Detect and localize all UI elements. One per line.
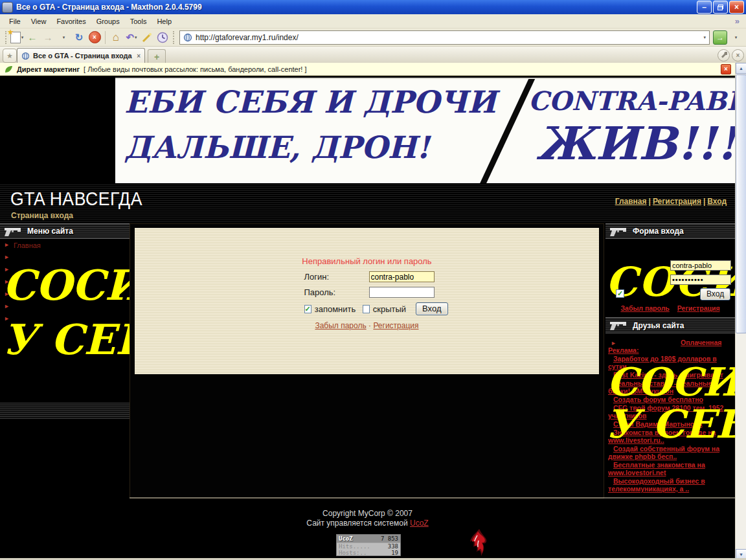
forward-button[interactable]: → <box>40 30 56 45</box>
menu-item-home[interactable]: ►Главная <box>0 239 130 251</box>
undo-button[interactable]: ↶▾ <box>124 30 139 45</box>
refresh-icon: ↻ <box>75 32 84 42</box>
options-row: ✓ запомнить скрытый Вход <box>286 302 448 315</box>
counter-hits-value: 338 <box>388 543 398 550</box>
menu-tools[interactable]: Tools <box>125 16 152 27</box>
refresh-button[interactable]: ↻ <box>71 30 87 45</box>
bullet-arrow-icon: ► <box>4 254 10 260</box>
new-tab-button[interactable]: + <box>148 49 166 63</box>
sidebar-register-link[interactable]: Регистрация <box>677 304 720 312</box>
go-options-button[interactable]: ▾ <box>728 30 743 45</box>
login-label: Логин: <box>286 272 369 282</box>
password-label: Пароль: <box>286 287 369 297</box>
ad-link[interactable]: Оплаченная Реклама: <box>608 339 731 354</box>
login-input[interactable] <box>369 271 435 282</box>
tab-active[interactable]: Все о GTA - Страница входа × <box>17 48 145 63</box>
sidebar-login-input[interactable] <box>670 260 731 271</box>
powered-by-text: Сайт управляется системой UcoZ <box>0 519 735 528</box>
left-menu-header-label: Меню сайта <box>27 227 73 236</box>
menu-view[interactable]: View <box>26 16 52 27</box>
top-nav: Главная|Регистрация|Вход <box>613 197 729 206</box>
counter-hits-row: Hits..... 338 <box>337 543 400 550</box>
maxthon-tab-icon <box>21 52 30 60</box>
stop-button[interactable]: × <box>87 30 102 45</box>
menu-groups[interactable]: Groups <box>91 16 125 27</box>
scroll-up-button[interactable]: ▲ <box>736 63 746 74</box>
menu-help[interactable]: Help <box>152 16 177 27</box>
login-panel: Неправильный логин или пароль Логин: Пар… <box>135 228 599 374</box>
ucoz-link[interactable]: UcoZ <box>410 519 429 528</box>
restore-button[interactable] <box>713 1 728 14</box>
ad-link[interactable]: Высокодоходный бизнес в телекоммуникация… <box>608 477 731 493</box>
footer-divider <box>130 497 735 498</box>
sidebar-forgot-link[interactable]: Забыл пароль <box>620 304 669 312</box>
notice-message: [ Любые виды почтовых рассылок: письма, … <box>84 65 306 73</box>
left-menu-header: Меню сайта <box>0 223 130 239</box>
hit-counter[interactable]: UcoZ 7 853 Hits..... 338 Hosts:.. 19 <box>336 534 401 556</box>
window-controls: – × <box>697 1 744 14</box>
friends-body: ► Оплаченная Реклама: Заработок до 180$ … <box>605 333 735 498</box>
login-submit-button[interactable]: Вход <box>416 302 447 315</box>
sidebar-password-input[interactable] <box>670 274 731 285</box>
hidden-checkbox[interactable] <box>363 305 369 313</box>
sidebar-remember-checkbox[interactable]: ✓ <box>616 289 624 298</box>
banner-right-line1: CONTRA-PABL <box>528 85 735 116</box>
nav-register-link[interactable]: Регистрация <box>653 197 701 206</box>
menu-overflow-chevron-icon[interactable]: » <box>735 16 742 26</box>
friends-header: Друзья сайта <box>605 317 735 333</box>
password-input[interactable] <box>369 287 435 298</box>
vertical-scrollbar[interactable]: ▲ ▼ <box>735 63 746 560</box>
forgot-password-link[interactable]: Забыл пароль <box>315 321 366 330</box>
counter-brand-row: UcoZ 7 853 <box>337 535 400 543</box>
minimize-icon: – <box>702 3 706 12</box>
ad-link[interactable]: Создай собственный форум на движке phpbb… <box>608 445 731 460</box>
remember-checkbox[interactable]: ✓ <box>304 305 311 313</box>
new-page-button[interactable]: ★▾ <box>9 30 25 45</box>
remember-label: запомнить <box>315 304 356 314</box>
nav-home-link[interactable]: Главная <box>615 197 647 206</box>
history-dropdown-button[interactable]: ▾ <box>56 30 71 45</box>
favorites-star-button[interactable]: ★ <box>3 49 17 63</box>
close-icon: × <box>734 3 739 12</box>
home-icon: ⌂ <box>113 32 119 43</box>
forward-icon: → <box>43 32 53 42</box>
window-titlebar[interactable]: Все о GTA - Страница входа - Maxthon 2.0… <box>0 0 746 14</box>
go-button[interactable]: → <box>712 30 728 45</box>
magic-fill-button[interactable] <box>139 30 155 45</box>
close-button[interactable]: × <box>729 1 744 14</box>
scroll-up-icon: ▲ <box>739 66 743 71</box>
left-sidebar-footer-stripe <box>0 403 130 419</box>
addressbar-grip <box>173 31 174 44</box>
scrollbar-thumb[interactable] <box>736 74 746 333</box>
back-button[interactable]: ← <box>25 30 40 45</box>
page-content: ЕБИ СЕБЯ И ДРОЧИ ДАЛЬШЕ, ДРОН! CONTRA-PA… <box>0 76 735 560</box>
login-sidebar-header-label: Форма входа <box>633 227 684 236</box>
tab-close-all-button[interactable]: × <box>732 49 744 62</box>
copyright-text: Copyright MyCorp © 2007 <box>0 509 735 518</box>
url-dropdown-icon[interactable]: ▾ <box>703 35 706 40</box>
tools-close-icon: × <box>736 52 740 59</box>
menu-file[interactable]: File <box>4 16 26 27</box>
new-page-caret-icon[interactable]: ▾ <box>21 35 24 40</box>
address-bar[interactable]: http://gtaforevar.my1.ru/index/ ▾ <box>179 30 710 45</box>
counter-hosts-label: Hosts:.. <box>339 550 367 556</box>
left-sidebar: Меню сайта ►Главная ► ► ► ► ► ► СОСИ У С… <box>0 223 130 419</box>
notice-close-button[interactable]: × <box>721 64 731 74</box>
minimize-button[interactable]: – <box>697 1 712 14</box>
tab-close-icon[interactable]: × <box>137 52 141 60</box>
nav-login-link[interactable]: Вход <box>707 197 727 206</box>
home-button[interactable]: ⌂ <box>108 30 124 45</box>
notice-brand[interactable]: Директ маркетинг <box>17 65 80 73</box>
url-text[interactable]: http://gtaforevar.my1.ru/index/ <box>196 33 703 42</box>
friends-header-label: Друзья сайта <box>633 321 684 330</box>
tab-tools-button[interactable] <box>718 49 730 62</box>
nav-separator: | <box>649 197 651 206</box>
right-sidebar: Форма входа СОСИ ✓ Вход Забыл пароль Рег… <box>605 223 735 498</box>
register-link[interactable]: Регистрация <box>373 321 418 330</box>
counter-hosts-value: 19 <box>391 550 398 556</box>
menu-favorites[interactable]: Favorites <box>51 16 91 27</box>
sidebar-login-button[interactable]: Вход <box>700 288 730 300</box>
history-panel-button[interactable] <box>155 30 170 45</box>
ad-link[interactable]: Бесплатные знакомства на www.lovestori.n… <box>608 461 731 476</box>
undo-caret-icon[interactable]: ▾ <box>135 35 137 40</box>
